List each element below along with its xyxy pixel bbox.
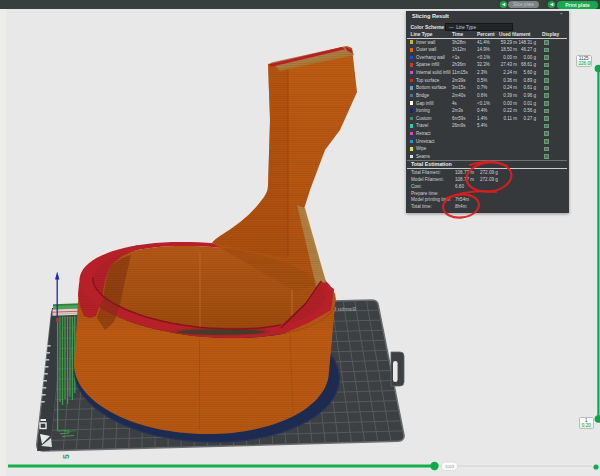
svg-text:5: 5 xyxy=(61,454,71,459)
